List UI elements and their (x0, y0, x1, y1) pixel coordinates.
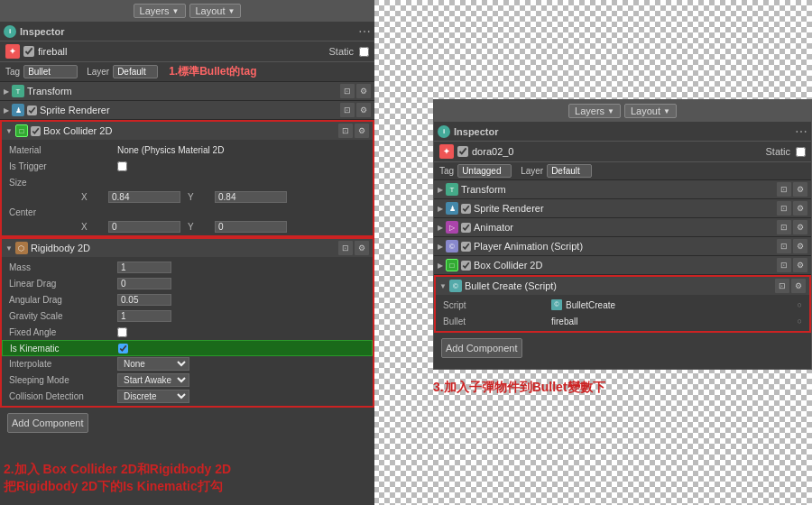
box-collider-checkbox[interactable] (31, 126, 41, 136)
inspector-menu[interactable]: ⋯ (358, 24, 371, 39)
right-sprite-gear[interactable]: ⚙ (793, 201, 807, 216)
is-kinematic-checkbox[interactable] (118, 344, 128, 354)
right-box-collider-icon: □ (446, 259, 458, 271)
tag-value[interactable]: Bullet (23, 65, 78, 78)
right-sprite-header[interactable]: ▶ ♟ Sprite Renderer ⊡⚙ (434, 199, 811, 217)
sprite-gear-btn[interactable]: ⚙ (356, 103, 371, 117)
rigidbody-gear-btn[interactable]: ⚙ (355, 241, 369, 255)
collision-select[interactable]: Discrete Continuous (117, 390, 189, 403)
bullet-label: Bullet (443, 317, 551, 326)
right-layer-value[interactable]: Default (547, 164, 592, 178)
right-layout-label: Layout (631, 106, 660, 116)
right-panim-gear[interactable]: ⚙ (793, 239, 807, 253)
is-kinematic-row: Is Kinematic (2, 340, 373, 356)
transform-copy-btn[interactable]: ⊡ (340, 84, 355, 98)
right-anim-btn[interactable]: ⊡ (777, 220, 791, 234)
fixed-angle-label: Fixed Angle (9, 327, 117, 337)
add-component-button[interactable]: Add Component (7, 413, 88, 433)
right-animator-icon: ▷ (446, 221, 458, 234)
right-transform-gear[interactable]: ⚙ (793, 182, 807, 197)
sprite-renderer-name: Sprite Renderer (40, 105, 337, 115)
right-player-anim-header[interactable]: ▶ © Player Animation (Script) ⊡⚙ (434, 237, 811, 255)
right-add-component-button[interactable]: Add Component (441, 338, 522, 358)
transform-header[interactable]: ▶ T Transform ⊡ ⚙ (0, 82, 374, 100)
box-collider-header[interactable]: ▼ □ Box Collider 2D ⊡ ⚙ (2, 122, 373, 140)
right-tag-value[interactable]: Untagged (457, 164, 512, 178)
right-inspector-header: i Inspector ⋯ (434, 122, 811, 142)
transform-name: Transform (27, 86, 337, 96)
right-animator-checkbox[interactable] (461, 223, 471, 233)
box-collider-gear-btn[interactable]: ⚙ (355, 124, 369, 138)
right-player-anim-arrow: ▶ (438, 243, 443, 251)
sprite-renderer-header[interactable]: ▶ ♟ Sprite Renderer ⊡ ⚙ (0, 101, 374, 119)
angular-drag-label: Angular Drag (9, 295, 117, 305)
right-bc2-gear[interactable]: ⚙ (791, 279, 806, 293)
rigidbody-header[interactable]: ▼ ⬡ Rigidbody 2D ⊡ ⚙ (2, 239, 373, 257)
mass-input[interactable] (117, 262, 171, 273)
is-trigger-checkbox[interactable] (117, 161, 127, 171)
fixed-angle-checkbox[interactable] (117, 327, 127, 337)
right-panim-btn[interactable]: ⊡ (777, 239, 791, 253)
right-annotation: 3.加入子彈物件到Bullet變數下 (433, 379, 605, 397)
gravity-scale-input[interactable] (117, 310, 171, 322)
right-bc-gear[interactable]: ⚙ (793, 258, 807, 272)
layout-dropdown[interactable]: Layout ▼ (189, 4, 242, 18)
interpolate-select[interactable]: None Interpolate Extrapolate (117, 357, 189, 371)
fixed-angle-row: Fixed Angle (2, 324, 373, 340)
right-box-collider-header[interactable]: ▶ □ Box Collider 2D ⊡⚙ (434, 256, 811, 274)
size-x-input[interactable] (108, 191, 180, 203)
right-animator-header[interactable]: ▶ ▷ Animator ⊡⚙ (434, 218, 811, 236)
right-bc2-btn[interactable]: ⊡ (775, 279, 789, 293)
collision-row: Collision Detection Discrete Continuous (2, 388, 373, 404)
right-box-collider-checkbox[interactable] (461, 261, 471, 271)
go-static-checkbox[interactable] (359, 47, 369, 57)
right-go-row: ✦ dora02_0 Static (434, 142, 811, 162)
right-layers-dropdown[interactable]: Layers ▼ (568, 104, 621, 118)
right-layer-label: Layer (521, 166, 543, 176)
right-bullet-create-arrow: ▼ (439, 282, 447, 290)
right-transform-arrow: ▶ (438, 186, 443, 194)
layout-label: Layout (196, 5, 226, 16)
right-go-active-checkbox[interactable] (457, 146, 468, 157)
right-bullet-create-header[interactable]: ▼ © Bullet Create (Script) ⊡⚙ (436, 277, 809, 295)
script-circle-btn[interactable]: ○ (798, 300, 802, 309)
right-player-anim-checkbox[interactable] (461, 242, 471, 252)
sprite-copy-btn[interactable]: ⊡ (340, 103, 355, 117)
layer-value[interactable]: Default (113, 65, 158, 78)
interpolate-row: Interpolate None Interpolate Extrapolate (2, 356, 373, 372)
right-sprite-checkbox[interactable] (461, 204, 471, 214)
sleeping-label: Sleeping Mode (9, 375, 117, 385)
right-anim-gear[interactable]: ⚙ (793, 220, 807, 234)
size-y-input[interactable] (215, 191, 287, 203)
is-kinematic-label: Is Kinematic (10, 344, 118, 354)
linear-drag-row: Linear Drag (2, 275, 373, 291)
right-go-static-checkbox[interactable] (796, 147, 806, 157)
center-x-label: X (81, 222, 108, 232)
angular-drag-input[interactable] (117, 294, 171, 306)
bullet-row: Bullet fireball ○ (436, 313, 809, 329)
right-bc-btn[interactable]: ⊡ (777, 258, 791, 272)
sleeping-select[interactable]: Start Awake Never Sleep (117, 373, 189, 387)
right-transform-header[interactable]: ▶ T Transform ⊡⚙ (434, 180, 811, 198)
right-transform-btn[interactable]: ⊡ (777, 182, 791, 197)
sprite-renderer-checkbox[interactable] (27, 106, 37, 115)
linear-drag-input[interactable] (117, 278, 171, 289)
sprite-renderer-icon: ♟ (12, 104, 24, 116)
material-label: Material (9, 145, 117, 155)
bullet-circle-btn[interactable]: ○ (798, 317, 802, 326)
bottom-annotation-line2: 把Rigidbody 2D下的Is Kinematic打勾 (4, 478, 231, 496)
right-layout-dropdown[interactable]: Layout ▼ (624, 104, 677, 118)
sprite-renderer-buttons: ⊡ ⚙ (340, 103, 371, 117)
center-y-input[interactable] (215, 221, 287, 233)
box-collider-arrow: ▼ (5, 127, 13, 135)
go-active-checkbox[interactable] (23, 46, 34, 57)
transform-gear-btn[interactable]: ⚙ (356, 84, 371, 98)
rigidbody-copy-btn[interactable]: ⊡ (338, 241, 353, 255)
right-sprite-btn[interactable]: ⊡ (777, 201, 791, 216)
go-static-label: Static (328, 46, 354, 57)
left-panel: Layers ▼ Layout ▼ i Inspector ⋯ ✦ fireba… (0, 0, 374, 505)
center-x-input[interactable] (108, 221, 180, 233)
box-collider-copy-btn[interactable]: ⊡ (338, 124, 353, 138)
layers-dropdown[interactable]: Layers ▼ (134, 4, 186, 18)
right-inspector-menu[interactable]: ⋯ (795, 124, 807, 139)
